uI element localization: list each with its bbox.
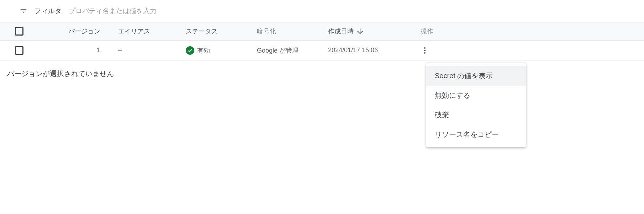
svg-point-2 xyxy=(424,52,426,54)
row-actions-menu: Secret の値を表示 無効にする 破棄 リソース名をコピー xyxy=(426,63,526,147)
cell-encryption: Google が管理 xyxy=(257,46,328,55)
cell-created: 2024/01/17 15:06 xyxy=(328,47,421,54)
menu-item-copy-resource[interactable]: リソース名をコピー xyxy=(426,125,526,144)
menu-item-disable[interactable]: 無効にする xyxy=(426,86,526,105)
cell-status: 有効 xyxy=(186,46,257,55)
row-actions-button[interactable] xyxy=(418,43,432,58)
header-alias[interactable]: エイリアス xyxy=(118,27,186,36)
row-checkbox[interactable] xyxy=(15,46,23,55)
menu-item-show-secret[interactable]: Secret の値を表示 xyxy=(426,66,526,86)
filter-bar: フィルタ xyxy=(0,0,644,22)
versions-table: バージョン エイリアス ステータス 暗号化 作成日時 操作 1 – 有効 xyxy=(0,22,644,60)
header-status[interactable]: ステータス xyxy=(186,27,257,36)
cell-status-text: 有効 xyxy=(197,46,210,55)
menu-item-destroy[interactable]: 破棄 xyxy=(426,105,526,125)
filter-icon xyxy=(20,7,27,15)
header-version[interactable]: バージョン xyxy=(54,27,118,36)
header-created[interactable]: 作成日時 xyxy=(328,27,421,36)
cell-alias: – xyxy=(118,47,186,54)
more-vert-icon xyxy=(421,46,429,55)
table-row: 1 – 有効 Google が管理 2024/01/17 15:06 xyxy=(0,41,644,60)
cell-version: 1 xyxy=(54,47,118,54)
table-header: バージョン エイリアス ステータス 暗号化 作成日時 操作 xyxy=(0,22,644,41)
header-created-label: 作成日時 xyxy=(328,27,354,36)
empty-selection-message: バージョンが選択されていません xyxy=(0,60,644,87)
select-all-checkbox[interactable] xyxy=(15,27,23,36)
header-actions: 操作 xyxy=(421,27,463,36)
status-enabled-icon xyxy=(186,46,194,55)
svg-point-0 xyxy=(424,47,426,49)
svg-point-1 xyxy=(424,50,426,51)
header-encryption: 暗号化 xyxy=(257,27,328,36)
filter-label: フィルタ xyxy=(35,6,62,16)
sort-descending-icon xyxy=(356,27,364,36)
filter-input[interactable] xyxy=(69,7,635,15)
